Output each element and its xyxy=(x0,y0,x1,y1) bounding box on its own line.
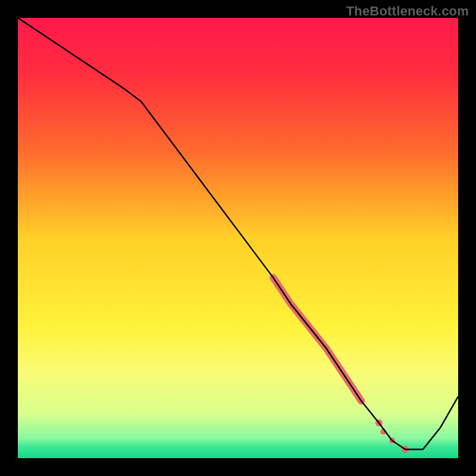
chart-outer: TheBottleneck.com xyxy=(0,0,476,476)
watermark-label: TheBottleneck.com xyxy=(346,4,469,19)
gradient-background xyxy=(18,18,458,458)
chart-svg xyxy=(18,18,458,458)
plot-area xyxy=(18,18,458,458)
